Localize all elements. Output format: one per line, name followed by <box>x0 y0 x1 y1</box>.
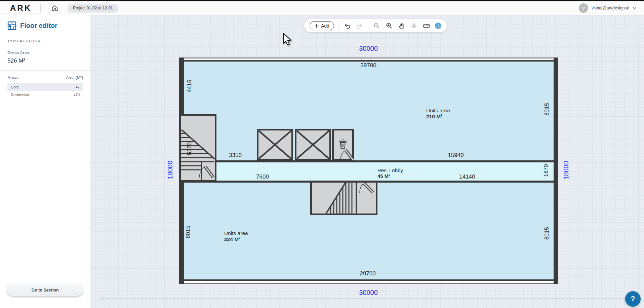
room-area: 224 M² <box>224 236 248 242</box>
row-name: Core <box>11 85 19 89</box>
areas-label: Areas <box>7 75 18 80</box>
room-name: Units area <box>224 230 248 236</box>
dim-core-gap: 3350 <box>229 152 242 159</box>
question-icon: ? <box>631 295 635 303</box>
dim-corridor-right: 14140 <box>459 174 475 180</box>
user-email: vishal@arkdesign.ai <box>592 6 629 10</box>
zoom-out-icon <box>373 22 380 29</box>
chevron-down-icon <box>633 7 637 9</box>
home-button[interactable] <box>50 3 59 13</box>
floor-name-label: TYPICAL FLOOR <box>7 39 83 43</box>
gross-area-label: Gross Area <box>7 50 83 55</box>
dim-total-height-left: 18000 <box>166 153 174 187</box>
hand-icon <box>398 23 405 29</box>
room-name: Res. Lobby <box>377 167 403 173</box>
ark-logo: ARK <box>10 3 32 13</box>
add-button[interactable]: Add <box>310 21 334 30</box>
undo-icon <box>344 23 351 29</box>
dim-total-width-bottom: 30000 <box>359 289 378 297</box>
top-bar: ARK Project 01-02 at 12-01 V vishal@arkd… <box>0 0 644 15</box>
dim-core-height: 5270 <box>186 132 193 165</box>
avatar: V <box>579 3 588 13</box>
project-button[interactable]: Project 01-02 at 12-01 <box>68 4 118 12</box>
stair-core-bottom <box>311 182 377 215</box>
row-value: 47 <box>76 85 80 89</box>
units-area-top <box>184 62 554 160</box>
ruler-icon <box>423 22 430 30</box>
undo-button[interactable] <box>343 22 351 30</box>
room-label-lobby: Res. Lobby 45 M² <box>377 167 403 179</box>
dim-bottom-width: 29700 <box>360 270 375 277</box>
info-button[interactable]: i <box>435 23 441 29</box>
canvas[interactable]: 30000 30000 18000 18000 29700 29700 4415… <box>91 15 644 308</box>
gross-area-value: 526 M² <box>7 57 83 64</box>
dim-total-height-right: 18000 <box>562 154 570 187</box>
fit-to-screen-button[interactable] <box>410 22 418 30</box>
help-button[interactable]: ? <box>625 291 641 307</box>
trash-room <box>333 130 354 160</box>
pan-button[interactable] <box>398 22 406 30</box>
sidebar: Floor editor TYPICAL FLOOR Gross Area 52… <box>0 15 91 308</box>
dim-top-width: 29700 <box>360 62 376 69</box>
collapse-icon <box>411 23 417 29</box>
topbar-divider <box>40 4 41 12</box>
canvas-toolbar: Add <box>304 19 447 32</box>
plus-icon <box>314 24 319 28</box>
zoom-out-button[interactable] <box>373 22 381 30</box>
dim-left-bottom: 8015 <box>185 215 192 249</box>
dim-total-width-top: 30000 <box>359 45 378 52</box>
user-menu[interactable]: V vishal@arkdesign.ai <box>579 3 637 13</box>
go-to-section-button[interactable]: Go to Section <box>7 284 83 296</box>
room-area: 45 M² <box>377 173 403 179</box>
table-row-core[interactable]: Core 47 <box>7 83 83 91</box>
zoom-in-button[interactable] <box>385 22 393 30</box>
floor-editor-icon <box>7 21 16 30</box>
toolbar-divider <box>338 22 339 30</box>
row-name: Residential <box>11 93 29 97</box>
dim-right-bottom: 8015 <box>544 217 550 250</box>
room-label-units-bottom: Units area 224 M² <box>224 230 248 242</box>
redo-icon <box>356 23 363 29</box>
dim-corridor-height: 1670 <box>543 154 550 187</box>
areas-table: Core 47 Residential 479 <box>7 83 83 99</box>
row-value: 479 <box>74 93 80 97</box>
areas-unit-column-label: Area (M²) <box>66 75 83 80</box>
table-row-residential[interactable]: Residential 479 <box>7 91 83 99</box>
sidebar-divider <box>0 70 90 71</box>
areas-header: Areas Area (M²) <box>7 75 83 80</box>
dim-corridor-left: 7600 <box>256 174 269 180</box>
toolbar-divider <box>368 22 368 30</box>
room-area: 210 M² <box>426 114 450 120</box>
measure-button[interactable] <box>422 22 431 30</box>
floor-editor-header: Floor editor <box>0 15 90 30</box>
dim-right-top: 8015 <box>544 92 550 126</box>
room-name: Units area <box>426 108 450 114</box>
room-label-units-top: Units area 210 M² <box>426 108 450 120</box>
info-icon: i <box>438 24 439 28</box>
dim-units-right: 15940 <box>448 152 464 159</box>
zoom-in-icon <box>386 22 393 29</box>
home-icon <box>51 4 58 12</box>
page-title: Floor editor <box>20 22 57 30</box>
redo-button[interactable] <box>356 22 364 30</box>
stair-core-left <box>180 115 216 181</box>
dim-left-top: 4415 <box>186 69 193 103</box>
